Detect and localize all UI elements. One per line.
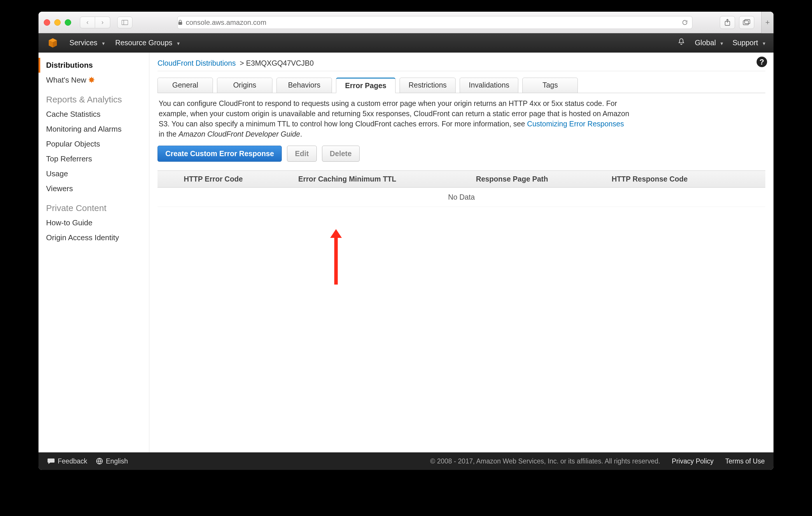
annotation-arrow-icon <box>327 217 345 288</box>
speech-bubble-icon <box>47 458 55 464</box>
action-buttons: Create Custom Error Response Edit Delete <box>157 146 765 162</box>
svg-rect-5 <box>745 20 750 24</box>
sidebar-heading-private: Private Content <box>38 196 149 215</box>
tab-bar: General Origins Behaviors Error Pages Re… <box>157 78 765 93</box>
window-controls <box>44 19 71 26</box>
edit-button: Edit <box>287 146 316 162</box>
copyright-text: © 2008 - 2017, Amazon Web Services, Inc.… <box>430 457 660 465</box>
sidebar-icon <box>122 20 128 25</box>
no-data-cell: No Data <box>157 188 765 207</box>
tab-invalidations[interactable]: Invalidations <box>460 78 518 93</box>
svg-rect-4 <box>743 21 748 25</box>
customizing-error-responses-link[interactable]: Customizing Error Responses <box>527 120 624 128</box>
new-tab-button[interactable]: + <box>761 12 774 33</box>
footer-bar: Feedback English © 2008 - 2017, Amazon W… <box>38 452 774 470</box>
create-custom-error-response-button[interactable]: Create Custom Error Response <box>157 146 282 162</box>
browser-window: ‹ › console.aws.amazon.com + <box>38 12 774 470</box>
col-error-caching-ttl: Error Caching Minimum TTL <box>292 171 470 188</box>
support-label: Support <box>732 38 758 47</box>
maximize-window-icon[interactable] <box>65 19 71 26</box>
support-menu[interactable]: Support <box>732 38 765 47</box>
table-row-empty: No Data <box>157 188 765 207</box>
sidebar-item-usage[interactable]: Usage <box>38 166 149 181</box>
sidebar-item-viewers[interactable]: Viewers <box>38 181 149 196</box>
privacy-policy-link[interactable]: Privacy Policy <box>672 457 714 465</box>
lock-icon <box>178 20 183 25</box>
cube-icon <box>47 37 59 49</box>
share-button[interactable] <box>720 16 735 29</box>
notifications-button[interactable] <box>677 38 686 48</box>
feedback-button[interactable]: Feedback <box>47 457 87 465</box>
terms-of-use-link[interactable]: Terms of Use <box>725 457 765 465</box>
tab-tags[interactable]: Tags <box>522 78 578 93</box>
select-all-col[interactable] <box>157 171 178 188</box>
error-pages-table: HTTP Error Code Error Caching Minimum TT… <box>157 170 765 207</box>
breadcrumb-current: E3MQXGQ47VCJB0 <box>246 59 314 67</box>
tab-origins[interactable]: Origins <box>217 78 272 93</box>
aws-logo[interactable] <box>47 37 59 49</box>
tabs-button[interactable] <box>739 16 754 29</box>
sidebar-item-top-referrers[interactable]: Top Referrers <box>38 152 149 166</box>
sidebar-item-origin-access-identity[interactable]: Origin Access Identity <box>38 230 149 245</box>
svg-rect-2 <box>178 22 182 25</box>
sidebar-toggle-button[interactable] <box>117 17 133 28</box>
sidebar-item-howto-guide[interactable]: How-to Guide <box>38 215 149 230</box>
tab-restrictions[interactable]: Restrictions <box>400 78 456 93</box>
sidebar-item-cache-statistics[interactable]: Cache Statistics <box>38 107 149 122</box>
reload-button[interactable] <box>682 19 688 26</box>
resource-groups-menu[interactable]: Resource Groups <box>115 38 180 47</box>
url-host: console.aws.amazon.com <box>186 18 266 27</box>
col-http-response-code: HTTP Response Code <box>606 171 748 188</box>
breadcrumb-root-link[interactable]: CloudFront Distributions <box>157 59 236 67</box>
col-response-page-path: Response Page Path <box>470 171 606 188</box>
forward-button[interactable]: › <box>95 17 110 28</box>
info-text: You can configure CloudFront to respond … <box>159 98 631 139</box>
col-http-error-code: HTTP Error Code <box>178 171 292 188</box>
language-selector[interactable]: English <box>96 457 128 465</box>
close-window-icon[interactable] <box>44 19 50 26</box>
globe-icon <box>96 458 103 465</box>
col-spacer <box>748 171 765 188</box>
main-panel: ? CloudFront Distributions > E3MQXGQ47VC… <box>149 53 774 452</box>
address-bar[interactable]: console.aws.amazon.com <box>177 16 692 29</box>
minimize-window-icon[interactable] <box>54 19 61 26</box>
divider <box>157 71 765 71</box>
aws-top-nav: Services Resource Groups Global Support <box>38 33 774 53</box>
share-icon <box>724 19 731 26</box>
services-menu[interactable]: Services <box>69 38 105 47</box>
breadcrumb: CloudFront Distributions > E3MQXGQ47VCJB… <box>157 59 765 67</box>
back-button[interactable]: ‹ <box>80 17 95 28</box>
sidebar-item-distributions[interactable]: Distributions <box>38 58 149 73</box>
bell-icon <box>677 38 686 46</box>
sidebar-item-whats-new[interactable]: What's New <box>38 73 149 87</box>
region-label: Global <box>695 38 716 47</box>
guide-title: Amazon CloudFront Developer Guide <box>178 130 300 138</box>
tabs-icon <box>743 19 750 26</box>
region-menu[interactable]: Global <box>695 38 723 47</box>
tab-error-pages[interactable]: Error Pages <box>336 78 396 93</box>
resource-groups-label: Resource Groups <box>115 38 172 47</box>
svg-rect-0 <box>122 20 128 25</box>
delete-button: Delete <box>322 146 359 162</box>
tab-general[interactable]: General <box>157 78 213 93</box>
sidebar-heading-reports: Reports & Analytics <box>38 87 149 107</box>
help-button[interactable]: ? <box>757 57 767 67</box>
sidebar-item-popular-objects[interactable]: Popular Objects <box>38 137 149 152</box>
services-label: Services <box>69 38 97 47</box>
page-content: Distributions What's New Reports & Analy… <box>38 53 774 452</box>
reload-icon <box>682 19 688 26</box>
tab-behaviors[interactable]: Behaviors <box>277 78 332 93</box>
browser-toolbar: ‹ › console.aws.amazon.com + <box>38 12 774 33</box>
sidebar-item-monitoring-alarms[interactable]: Monitoring and Alarms <box>38 122 149 137</box>
sidebar: Distributions What's New Reports & Analy… <box>38 53 149 452</box>
